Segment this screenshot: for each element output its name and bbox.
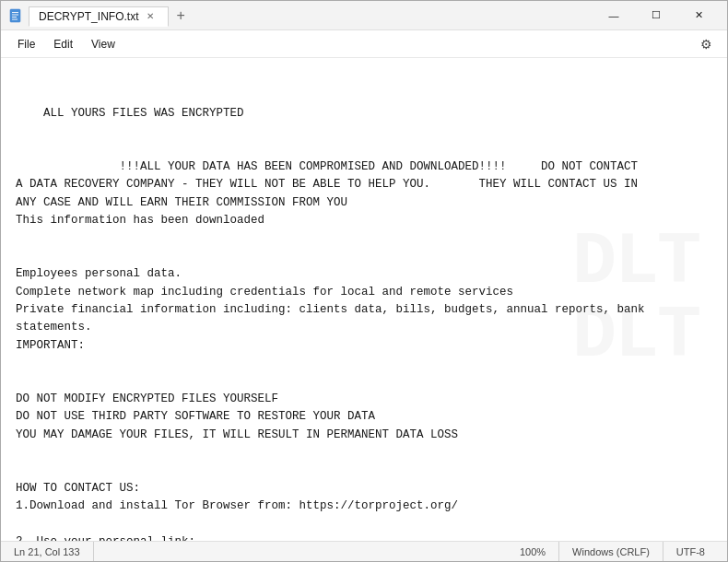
svg-rect-3 [12, 17, 17, 18]
svg-rect-1 [12, 12, 18, 13]
title-bar: DECRYPT_INFO.txt ✕ + — ☐ ✕ [1, 1, 727, 30]
window-controls: — ☐ ✕ [593, 1, 720, 30]
status-bar: Ln 21, Col 133 100% Windows (CRLF) UTF-8 [1, 541, 727, 561]
settings-button[interactable]: ⚙ [693, 33, 720, 55]
watermark: DLTDLT [572, 226, 699, 373]
menu-edit[interactable]: Edit [44, 34, 82, 54]
close-button[interactable]: ✕ [677, 1, 720, 30]
app-icon [8, 8, 23, 23]
menu-file[interactable]: File [8, 34, 44, 54]
editor-content: ALL YOURS FILES WAS ENCRYPTED !!!ALL YOU… [16, 107, 645, 541]
tab-close-button[interactable]: ✕ [144, 10, 157, 22]
new-tab-button[interactable]: + [170, 7, 190, 24]
maximize-button[interactable]: ☐ [635, 1, 677, 30]
menu-view[interactable]: View [82, 34, 124, 54]
svg-rect-0 [10, 9, 20, 22]
zoom-level[interactable]: 100% [507, 542, 559, 561]
encoding[interactable]: UTF-8 [663, 542, 718, 561]
svg-rect-2 [12, 14, 18, 15]
minimize-button[interactable]: — [593, 1, 635, 30]
menu-bar: File Edit View ⚙ [1, 30, 727, 58]
text-editor[interactable]: DLTDLT ALL YOURS FILES WAS ENCRYPTED !!!… [1, 58, 727, 541]
cursor-position: Ln 21, Col 133 [10, 542, 94, 561]
active-tab[interactable]: DECRYPT_INFO.txt ✕ [29, 6, 169, 27]
svg-rect-4 [12, 18, 18, 19]
notepad-window: DECRYPT_INFO.txt ✕ + — ☐ ✕ File Edit Vie… [0, 0, 728, 562]
tab-filename: DECRYPT_INFO.txt [39, 10, 138, 23]
line-ending[interactable]: Windows (CRLF) [559, 542, 663, 561]
